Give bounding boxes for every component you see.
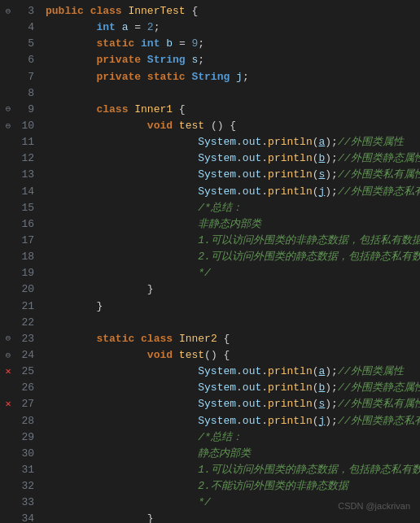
gutter-cell-13 <box>0 167 16 183</box>
gutter-cell-8 <box>0 85 16 102</box>
error-icon: ✕ <box>5 397 11 412</box>
line-num-34: 34 <box>21 511 34 523</box>
line-num-3: 3 <box>28 3 34 20</box>
gutter-cell-4 <box>0 20 16 36</box>
gutter-cell-19 <box>0 265 16 281</box>
code-line-23: static class Inner2 { <box>46 331 420 347</box>
gutter-cell-7 <box>0 69 16 85</box>
line-num-15: 15 <box>21 200 34 216</box>
fold-icon: ⊖ <box>6 102 11 116</box>
line-num-5: 5 <box>28 36 34 52</box>
code-line-28: System.out.println(j);//外围类静态私有属性 <box>46 413 420 429</box>
gutter-cell-15 <box>0 200 16 216</box>
line-num-4: 4 <box>28 20 34 36</box>
line-num-25: 25 <box>21 364 34 380</box>
gutter-cell-33 <box>0 495 16 511</box>
line-num-16: 16 <box>21 216 34 233</box>
error-icon: ✕ <box>5 364 11 380</box>
code-line-29: /*总结： <box>46 429 420 446</box>
code-line-26: System.out.println(b);//外围类静态属性 <box>46 380 420 396</box>
code-line-11: System.out.println(a);//外围类属性 <box>46 134 420 150</box>
gutter-cell-32 <box>0 478 16 495</box>
line-num-10: 10 <box>21 118 34 134</box>
code-line-21: } <box>46 299 420 315</box>
gutter-cell-29 <box>0 429 16 446</box>
gutter-cell-9: ⊖ <box>0 102 16 118</box>
fold-icon: ⊖ <box>6 5 11 19</box>
code-line-13: System.out.println(s);//外围类私有属性 <box>46 167 420 183</box>
gutter-cell-34 <box>0 511 16 523</box>
gutter-cell-18 <box>0 249 16 265</box>
fold-icon: ⊖ <box>6 120 11 133</box>
line-num-24: 24 <box>21 347 34 364</box>
line-num-12: 12 <box>21 150 34 167</box>
line-num-20: 20 <box>21 281 34 298</box>
fold-icon: ⊖ <box>6 349 11 363</box>
gutter-cell-20 <box>0 281 16 298</box>
code-line-12: System.out.println(b);//外围类静态属性 <box>46 150 420 167</box>
code-line-32: 2.不能访问外围类的非静态数据 <box>46 478 420 495</box>
gutter-cell-25: ✕ <box>0 364 16 380</box>
fold-icon: ⊖ <box>6 332 11 346</box>
gutter-cell-27: ✕ <box>0 396 16 412</box>
line-num-13: 13 <box>21 167 34 183</box>
line-num-28: 28 <box>21 413 34 429</box>
gutter-cell-23: ⊖ <box>0 331 16 347</box>
code-line-15: /*总结： <box>46 200 420 216</box>
gutter-cell-28 <box>0 413 16 429</box>
line-num-11: 11 <box>21 134 34 150</box>
gutter-cell-21 <box>0 299 16 315</box>
gutter-cell-17 <box>0 233 16 249</box>
code-line-6: private String s; <box>46 52 420 68</box>
gutter-cell-26 <box>0 380 16 396</box>
code-line-9: class Inner1 { <box>46 102 420 118</box>
gutter-cell-12 <box>0 150 16 167</box>
code-line-14: System.out.println(j);//外围类静态私有属性 <box>46 184 420 200</box>
line-num-7: 7 <box>28 69 34 85</box>
code-line-16: 非静态内部类 <box>46 216 420 233</box>
line-num-26: 26 <box>21 380 34 396</box>
code-line-20: } <box>46 281 420 298</box>
line-numbers: 3456789101112131415161718192021222324252… <box>16 3 39 523</box>
gutter-cell-5 <box>0 36 16 52</box>
gutter-cell-10: ⊖ <box>0 118 16 134</box>
line-num-27: 27 <box>21 396 34 412</box>
line-num-29: 29 <box>21 429 34 446</box>
code-line-22 <box>46 315 420 331</box>
code-line-24: void test() { <box>46 347 420 364</box>
code-line-3: public class InnerTest { <box>46 3 420 20</box>
left-gutter: ⊖⊖⊖⊖⊖✕✕ <box>0 3 16 523</box>
code-line-7: private static String j; <box>46 69 420 85</box>
code-line-30: 静态内部类 <box>46 446 420 462</box>
line-num-9: 9 <box>28 102 34 118</box>
line-num-22: 22 <box>21 315 34 331</box>
code-line-17: 1.可以访问外围类的非静态数据，包括私有数据 <box>46 233 420 249</box>
line-num-31: 31 <box>21 462 34 478</box>
gutter-cell-3: ⊖ <box>0 3 16 20</box>
gutter-cell-6 <box>0 52 16 68</box>
line-num-23: 23 <box>21 331 34 347</box>
gutter-cell-14 <box>0 184 16 200</box>
watermark: CSDN @jackrivan <box>338 499 410 513</box>
line-num-14: 14 <box>21 184 34 200</box>
line-num-18: 18 <box>21 249 34 265</box>
code-line-31: 1.可以访问外围类的静态数据，包括静态私有数据 <box>46 462 420 478</box>
line-num-19: 19 <box>21 265 34 281</box>
line-num-33: 33 <box>21 495 34 511</box>
code-line-10: void test () { <box>46 118 420 134</box>
gutter-cell-30 <box>0 446 16 462</box>
code-line-27: System.out.println(s);//外围类私有属性 <box>46 396 420 412</box>
code-line-8 <box>46 85 420 102</box>
line-num-8: 8 <box>28 85 34 102</box>
gutter-cell-22 <box>0 315 16 331</box>
code-content: public class InnerTest { int a = 2; stat… <box>39 3 420 523</box>
line-num-17: 17 <box>21 233 34 249</box>
gutter-cell-31 <box>0 462 16 478</box>
line-num-32: 32 <box>21 478 34 495</box>
code-line-18: 2.可以访问外围类的静态数据，包括静态私有数据 <box>46 249 420 265</box>
code-line-25: System.out.println(a);//外围类属性 <box>46 364 420 380</box>
code-line-4: int a = 2; <box>46 20 420 36</box>
line-num-21: 21 <box>21 299 34 315</box>
line-num-6: 6 <box>28 52 34 68</box>
code-line-19: */ <box>46 265 420 281</box>
